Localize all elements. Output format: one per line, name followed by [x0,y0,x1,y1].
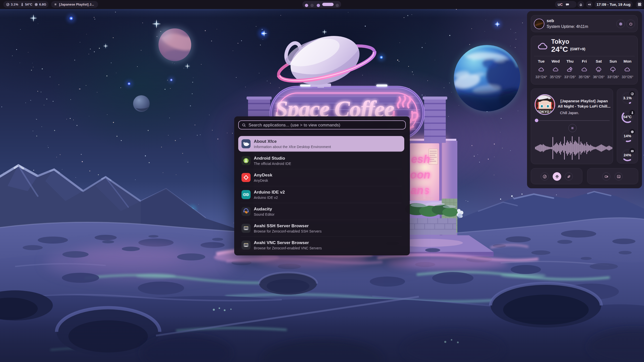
svg-text:oon: oon [410,168,430,181]
svg-text:ans: ans [411,184,430,196]
svg-text:esh: esh [411,153,430,165]
